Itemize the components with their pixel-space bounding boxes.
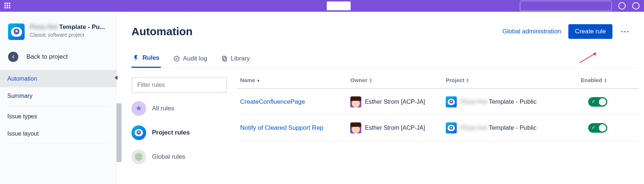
svg-point-4: [135, 153, 143, 161]
project-icon: [446, 96, 457, 107]
more-menu-icon[interactable]: ⋯: [620, 27, 630, 36]
tab-library[interactable]: Library: [220, 51, 251, 68]
clock-check-icon: [173, 55, 180, 62]
all-rules-icon: [131, 101, 146, 116]
project-header[interactable]: Pizza Hut Template - Pu... Classic softw…: [0, 23, 116, 47]
sidebar-item-issue-types[interactable]: Issue types: [0, 108, 116, 125]
tab-audit-log[interactable]: Audit log: [172, 51, 209, 68]
project-rules-icon: [131, 125, 146, 140]
project-name: Pizza Hut Template - Public: [460, 98, 537, 106]
top-banner: [0, 0, 644, 12]
main: Automation Global administration Create …: [117, 12, 644, 184]
svg-rect-3: [224, 57, 227, 61]
scope-global-rules[interactable]: Global rules: [131, 150, 227, 164]
tab-rules[interactable]: Rules: [131, 51, 161, 68]
col-project[interactable]: Project▲▼: [446, 77, 563, 83]
scope-project-rules[interactable]: Project rules: [131, 125, 227, 140]
avatar: [350, 122, 361, 133]
sidebar-item-issue-layout[interactable]: Issue layout: [0, 125, 116, 142]
tabbar: Rules Audit log Library: [131, 51, 639, 68]
apps-icon[interactable]: [4, 3, 11, 9]
back-to-project[interactable]: Back to project: [0, 47, 116, 70]
create-rule-button[interactable]: Create rule: [568, 24, 612, 39]
sidebar-item-summary[interactable]: Summary: [0, 87, 116, 104]
owner-name: Esther Strom [ACP-JA]: [365, 125, 425, 131]
back-arrow-icon: [8, 52, 18, 62]
table-row: CreateConfluencePage Esther Strom [ACP-J…: [237, 89, 639, 115]
copy-icon: [221, 55, 228, 62]
enabled-toggle[interactable]: [588, 97, 607, 107]
col-enabled[interactable]: Enabled▲▼: [563, 77, 607, 83]
rules-table: Name▲ Owner▲▼ Project▲▼ Enabled▲▼ Create…: [237, 77, 639, 164]
enabled-toggle[interactable]: [588, 123, 607, 133]
project-icon: [446, 122, 457, 133]
filter-rules-input[interactable]: [131, 77, 227, 93]
project-name: Pizza Hut Template - Public: [460, 124, 537, 132]
rule-link[interactable]: CreateConfluencePage: [240, 98, 350, 106]
rule-link[interactable]: Notify of Cleared Support Rep: [240, 124, 350, 132]
owner-name: Esther Strom [ACP-JA]: [365, 99, 425, 105]
global-search[interactable]: [520, 1, 612, 11]
page-title: Automation: [131, 25, 193, 38]
active-nav-tab[interactable]: [327, 1, 351, 10]
project-icon: [8, 23, 25, 40]
table-row: Notify of Cleared Support Rep Esther Str…: [237, 115, 639, 141]
global-administration-link[interactable]: Global administration: [502, 28, 561, 35]
project-subtitle: Classic software project: [30, 32, 105, 38]
col-owner[interactable]: Owner▲▼: [350, 77, 446, 83]
sidebar: Pizza Hut Template - Pu... Classic softw…: [0, 12, 117, 184]
project-title: Pizza Hut Template - Pu...: [30, 23, 105, 31]
help-icon[interactable]: [618, 2, 626, 10]
bolt-icon: [133, 55, 140, 61]
svg-rect-2: [222, 56, 225, 60]
col-name[interactable]: Name▲: [240, 77, 350, 83]
scope-all-rules[interactable]: All rules: [131, 101, 227, 116]
settings-icon[interactable]: [632, 2, 640, 10]
avatar: [350, 96, 361, 107]
globe-icon: [131, 150, 146, 164]
sidebar-item-automation[interactable]: Automation: [0, 70, 116, 87]
